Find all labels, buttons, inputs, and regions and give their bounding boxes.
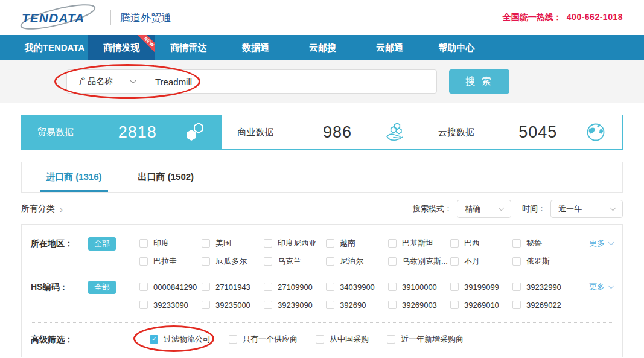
checkbox[interactable]: [264, 283, 272, 291]
filter-option[interactable]: 尼泊尔: [326, 252, 388, 270]
checkbox[interactable]: [264, 301, 272, 309]
filter-option[interactable]: 0000841290: [139, 278, 202, 296]
option-label: 巴基斯坦: [402, 238, 433, 249]
checkbox[interactable]: [326, 283, 334, 291]
filter-option[interactable]: 厄瓜多尔: [202, 252, 264, 270]
tendata-logo[interactable]: TENDATA: [18, 4, 101, 31]
filter-option[interactable]: 印度: [139, 234, 202, 252]
filter-option[interactable]: 美国: [202, 234, 264, 252]
checkbox[interactable]: [388, 239, 397, 248]
more-link-hscode[interactable]: 更多: [589, 278, 622, 296]
checkbox[interactable]: [326, 239, 334, 248]
filter-option[interactable]: 巴拉圭: [139, 252, 202, 270]
checkbox[interactable]: [139, 301, 148, 309]
more-link-region[interactable]: 更多: [589, 234, 622, 252]
checkbox[interactable]: [512, 239, 521, 248]
nav-item[interactable]: 我的TENDATA: [21, 35, 88, 60]
filter-option[interactable]: 乌兹别克斯...: [388, 252, 450, 270]
filter-option[interactable]: 不丹: [450, 252, 512, 270]
filter-option[interactable]: 印度尼西亚: [264, 234, 326, 252]
search-mode-select[interactable]: 精确: [457, 200, 511, 218]
checkbox-checked[interactable]: [150, 335, 158, 344]
checkbox[interactable]: [450, 301, 459, 309]
filter-option[interactable]: 俄罗斯: [512, 252, 575, 270]
filter-option[interactable]: 39232990: [512, 278, 575, 296]
checkbox[interactable]: [202, 301, 210, 309]
filter-option[interactable]: 巴基斯坦: [388, 234, 450, 252]
checkbox[interactable]: [139, 239, 148, 248]
nav-item[interactable]: 帮助中心: [423, 35, 490, 60]
stat-business-data[interactable]: 商业数据 986: [222, 115, 421, 149]
main-nav: 我的TENDATA商情发现NEW商情雷达数据通云邮搜云邮通帮助中心: [0, 35, 644, 60]
checkbox[interactable]: [264, 239, 272, 248]
search-button[interactable]: 搜 索: [449, 69, 509, 94]
checkbox[interactable]: [229, 335, 237, 344]
nav-item[interactable]: 数据通: [222, 35, 289, 60]
checkbox[interactable]: [326, 257, 334, 266]
checkbox[interactable]: [326, 301, 334, 309]
tab-importers[interactable]: 进口商 (1316): [40, 162, 108, 192]
option-label: 秘鲁: [526, 238, 542, 249]
checkbox[interactable]: [387, 335, 395, 344]
filter-option[interactable]: 27101943: [202, 278, 264, 296]
dotted-divider: [31, 322, 613, 323]
filter-option[interactable]: 27109900: [264, 278, 326, 296]
all-badge[interactable]: 全部: [88, 281, 116, 294]
checkbox[interactable]: [450, 239, 459, 248]
checkbox[interactable]: [202, 257, 210, 266]
nav-item[interactable]: 商情发现NEW: [88, 35, 155, 60]
checkbox[interactable]: [139, 257, 148, 266]
search-input[interactable]: [144, 77, 436, 87]
search-category-dropdown[interactable]: 产品名称: [67, 70, 144, 93]
filter-option[interactable]: 392690: [326, 296, 388, 314]
filter-option[interactable]: 39235000: [202, 296, 264, 314]
stat-value: 2818: [93, 123, 182, 142]
stat-trade-data[interactable]: 贸易数据 2818: [22, 115, 222, 149]
checkbox[interactable]: [512, 257, 521, 266]
checkbox[interactable]: [202, 283, 210, 291]
filter-option[interactable]: 秘鲁: [512, 234, 575, 252]
checkbox[interactable]: [316, 335, 324, 344]
checkbox[interactable]: [388, 257, 397, 266]
checkbox[interactable]: [388, 301, 397, 309]
chevron-down-icon: [608, 240, 614, 246]
advanced-options: 过滤物流公司只有一个供应商从中国采购近一年新增采购商: [150, 330, 482, 348]
filter-option[interactable]: 近一年新增采购商: [387, 330, 464, 348]
filter-option[interactable]: 39100000: [388, 278, 450, 296]
nav-item[interactable]: 商情雷达: [155, 35, 222, 60]
filter-option[interactable]: 34039900: [326, 278, 388, 296]
filter-option[interactable]: 39269003: [388, 296, 450, 314]
checkbox[interactable]: [139, 283, 148, 291]
filter-option[interactable]: 39239090: [264, 296, 326, 314]
filter-option[interactable]: 巴西: [450, 234, 512, 252]
stat-value: 5045: [494, 123, 582, 142]
option-label: 39233090: [153, 301, 188, 310]
filter-row-label: HS编码：: [31, 278, 88, 296]
tab-exporters[interactable]: 出口商 (1502): [132, 162, 200, 192]
filter-option[interactable]: 从中国采购: [316, 330, 369, 348]
checkbox[interactable]: [450, 257, 459, 266]
filter-option[interactable]: 只有一个供应商: [229, 330, 298, 348]
filter-option[interactable]: 39269010: [450, 296, 512, 314]
checkbox[interactable]: [512, 283, 521, 291]
nav-item-label: 商情雷达: [171, 42, 207, 53]
all-badge[interactable]: 全部: [88, 237, 116, 251]
filter-option[interactable]: 39269022: [512, 296, 575, 314]
chevron-down-icon: [130, 78, 136, 84]
time-select[interactable]: 近一年: [550, 200, 623, 218]
filter-option[interactable]: 越南: [326, 234, 388, 252]
checkbox[interactable]: [264, 257, 272, 266]
logo-subtitle: 腾道外贸通: [120, 11, 171, 25]
all-categories-link[interactable]: 所有分类 ›: [21, 203, 63, 214]
filter-option[interactable]: 39199099: [450, 278, 512, 296]
checkbox[interactable]: [450, 283, 459, 291]
filter-option[interactable]: 过滤物流公司: [150, 330, 211, 348]
filter-option[interactable]: 乌克兰: [264, 252, 326, 270]
stat-cloud-search-data[interactable]: 云搜数据 5045: [422, 115, 622, 149]
checkbox[interactable]: [512, 301, 521, 309]
nav-item[interactable]: 云邮搜: [289, 35, 356, 60]
checkbox[interactable]: [202, 239, 210, 248]
checkbox[interactable]: [388, 283, 397, 291]
nav-item[interactable]: 云邮通: [356, 35, 423, 60]
filter-option[interactable]: 39233090: [139, 296, 202, 314]
